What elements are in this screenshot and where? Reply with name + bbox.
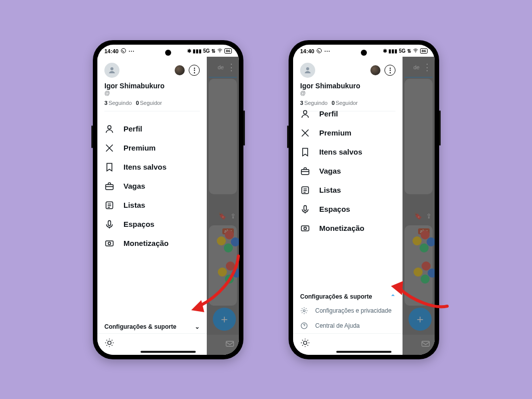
menu-item-listas[interactable]: Listas (100, 196, 204, 215)
gesture-bar (141, 351, 196, 353)
support-toggle[interactable]: Configurações & suporte ⌄ (300, 290, 395, 303)
dimmed-app-backdrop: de ⋮ apas e 🔖 ⇪ aler (207, 57, 239, 355)
menu-item-premium[interactable]: Premium (296, 123, 400, 143)
menu-item-monetizacao[interactable]: Monetização (296, 219, 400, 238)
list-icon (104, 200, 114, 210)
menu-item-espacos[interactable]: Espaços (100, 215, 204, 234)
drawer-menu: Perfil Premium Itens salvos Vagas (293, 102, 403, 238)
whatsapp-icon (120, 48, 126, 55)
svg-rect-16 (302, 169, 309, 174)
svg-point-13 (415, 52, 416, 52)
profile-avatar[interactable] (104, 63, 119, 78)
menu-label: Espaços (319, 205, 350, 213)
bookmark-icon (104, 162, 114, 172)
more-accounts-button[interactable]: ⋮ (384, 65, 395, 76)
svg-point-20 (304, 227, 307, 229)
menu-item-premium[interactable]: Premium (100, 139, 204, 158)
menu-label: Vagas (319, 167, 341, 175)
menu-label: Premium (319, 128, 351, 137)
svg-point-3 (108, 125, 111, 129)
following-stat[interactable]: 3Seguindo (104, 100, 132, 106)
person-icon (300, 109, 310, 119)
money-icon (300, 223, 310, 233)
profile-name[interactable]: Igor Shimabukuro (300, 82, 395, 90)
gear-icon (300, 307, 308, 315)
side-drawer: ⋮ Igor Shimabukuro @ 3Seguindo 0Seguidor (293, 57, 403, 355)
menu-item-itens-salvos[interactable]: Itens salvos (296, 143, 400, 162)
bluetooth-icon: ✱ (187, 48, 191, 54)
menu-label: Premium (123, 144, 156, 152)
menu-label: Vagas (123, 182, 145, 190)
svg-point-23 (304, 341, 307, 344)
profile-name[interactable]: Igor Shimabukuro (104, 82, 200, 90)
svg-rect-19 (302, 226, 309, 231)
money-icon (104, 238, 114, 248)
support-toggle[interactable]: Configurações & suporte ⌄ (104, 320, 200, 333)
front-camera (165, 50, 171, 56)
list-icon (300, 185, 310, 195)
menu-item-perfil[interactable]: Perfil (296, 104, 400, 123)
theme-toggle-button[interactable] (300, 341, 310, 349)
person-icon (104, 124, 114, 134)
mic-icon (300, 204, 310, 214)
svg-rect-7 (106, 241, 113, 246)
briefcase-icon (104, 181, 114, 191)
wifi-icon (217, 48, 223, 55)
svg-point-15 (304, 110, 307, 114)
support-title: Configurações & suporte (104, 323, 176, 330)
svg-point-1 (219, 52, 220, 52)
menu-label: Monetização (123, 239, 169, 247)
submenu-label: Central de Ajuda (315, 322, 360, 329)
dimmed-app-backdrop: de ⋮ apas e 🔖 ⇪ aler (403, 57, 435, 355)
data-arrows-icon: ⇅ (211, 48, 215, 54)
more-dots-icon: ··· (128, 48, 135, 54)
svg-point-12 (317, 48, 322, 53)
front-camera (361, 50, 367, 56)
menu-label: Perfil (319, 109, 338, 118)
chevron-down-icon: ⌄ (195, 323, 200, 330)
tutorial-stage: 14:40 ··· ✱ ▮▮▮ 5G ⇅ 86 (0, 0, 532, 399)
svg-rect-4 (106, 184, 113, 189)
menu-item-vagas[interactable]: Vagas (296, 162, 400, 181)
menu-label: Listas (319, 186, 341, 194)
gesture-bar (336, 351, 391, 353)
menu-item-espacos[interactable]: Espaços (296, 200, 400, 219)
help-icon (300, 322, 308, 330)
phone-screen-right: 14:40 ··· ✱ ▮▮▮ 5G ⇅ 86 (293, 45, 435, 355)
side-drawer: ⋮ Igor Shimabukuro @ 3Seguindo 0Seguidor (97, 57, 207, 355)
menu-item-monetizacao[interactable]: Monetização (100, 234, 204, 253)
wifi-icon (413, 48, 419, 55)
clock-text: 14:40 (300, 48, 314, 54)
profile-avatar[interactable] (300, 63, 315, 78)
svg-point-2 (110, 67, 113, 70)
account-switch-avatar[interactable] (370, 65, 380, 75)
menu-label: Itens salvos (123, 163, 167, 171)
phone-screen-left: 14:40 ··· ✱ ▮▮▮ 5G ⇅ 86 (97, 45, 239, 355)
whatsapp-icon (316, 48, 322, 55)
menu-item-vagas[interactable]: Vagas (100, 177, 204, 196)
followers-stat[interactable]: 0Seguidor (136, 100, 162, 106)
battery-icon: 86 (420, 48, 428, 54)
submenu-settings-privacy[interactable]: Configurações e privacidade (300, 303, 395, 318)
bluetooth-icon: ✱ (383, 48, 387, 54)
profile-handle: @ (300, 90, 395, 96)
chevron-up-icon: ⌄ (390, 293, 395, 300)
more-accounts-button[interactable]: ⋮ (189, 65, 200, 76)
phone-frame-left: 14:40 ··· ✱ ▮▮▮ 5G ⇅ 86 (93, 40, 243, 359)
menu-item-perfil[interactable]: Perfil (100, 119, 204, 139)
account-switch-avatar[interactable] (175, 65, 185, 75)
submenu-help-center[interactable]: Central de Ajuda (300, 318, 395, 333)
menu-item-listas[interactable]: Listas (296, 181, 400, 200)
mic-icon (104, 219, 114, 229)
signal-icon: ▮▮▮ (193, 48, 202, 54)
menu-label: Espaços (123, 220, 155, 228)
menu-label: Itens salvos (319, 148, 362, 156)
network-label: 5G (399, 48, 406, 54)
svg-rect-18 (304, 205, 307, 210)
svg-point-14 (306, 67, 309, 70)
profile-handle: @ (104, 90, 200, 96)
phone-frame-right: 14:40 ··· ✱ ▮▮▮ 5G ⇅ 86 (289, 40, 439, 359)
menu-item-itens-salvos[interactable]: Itens salvos (100, 158, 204, 177)
x-icon (104, 143, 114, 153)
theme-toggle-button[interactable] (104, 341, 114, 349)
